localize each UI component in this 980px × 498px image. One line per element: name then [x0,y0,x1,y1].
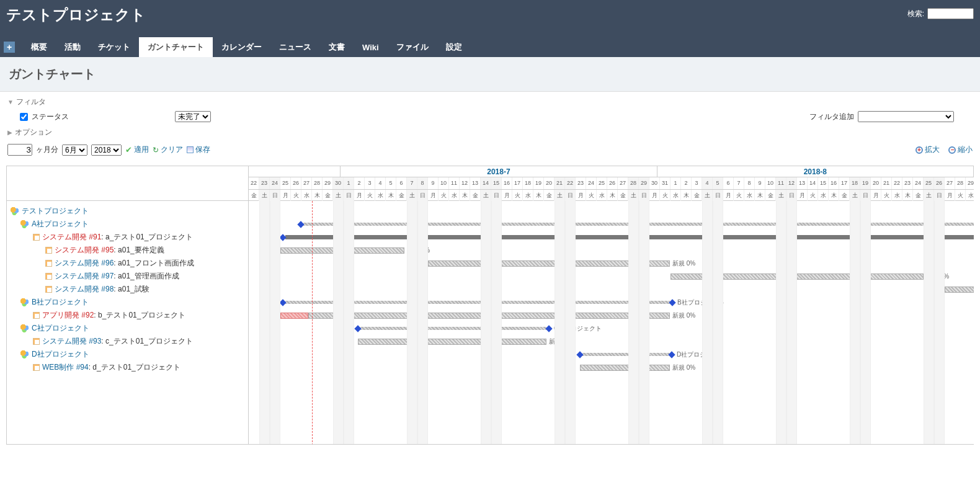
status-checkbox[interactable] [20,113,28,121]
tree-issue-98[interactable]: システム開発 #98: a01_試験 [9,283,246,296]
diamond-icon [576,351,583,358]
ticket-icon [33,312,40,319]
project-title[interactable]: テストプロジェクト [6,5,146,37]
main-tabs: + 概要 活動 チケット ガントチャート カレンダー ニュース 文書 Wiki … [0,37,980,57]
save-button[interactable]: 保存 [187,145,210,155]
tab-issues[interactable]: チケット [89,37,139,57]
zoom-in-label: 拡大 [925,145,940,155]
filter-add: フィルタ追加 [809,111,954,122]
filter-add-select[interactable] [858,111,954,122]
clear-button[interactable]: ↻クリア [153,145,183,155]
tab-documents[interactable]: 文書 [320,37,354,57]
tab-wiki[interactable]: Wiki [354,38,388,56]
tree-project-c[interactable]: C社プロジェクト [9,322,246,335]
apply-button[interactable]: ✔適用 [125,145,149,155]
ticket-icon [45,273,52,280]
status-filter-label: ステータス [32,112,69,122]
tab-settings[interactable]: 設定 [437,37,471,57]
gantt-bar-issue-93[interactable]: 新規 0% [358,335,572,348]
filters-label: フィルタ [16,97,46,107]
project-icon [20,324,29,333]
diamond-icon [297,221,304,228]
project-icon [20,220,29,229]
ticket-icon [33,338,40,345]
save-icon [187,146,194,153]
clear-label: クリア [161,145,183,155]
tree-issue-94[interactable]: WEB制作 #94: d_テスト01_プロジェクト [9,361,246,374]
options-toggle[interactable]: ▶ オプション [7,127,973,138]
tree-issue-96[interactable]: システム開発 #96: a01_フロント画面作成 [9,257,246,270]
months-input[interactable] [7,144,32,156]
diamond-icon [545,325,552,332]
ticket-icon [45,286,52,293]
filters-panel: ▼ フィルタ ステータス 未完了 フィルタ追加 ▶ オプション [0,92,980,140]
tree-issue-93[interactable]: システム開発 #93: c_テスト01_プロジェクト [9,335,246,348]
gantt-controls: ヶ月分 6月 2018 ✔適用 ↻クリア 保存 拡大 縮小 [0,140,980,159]
gantt-bar-issue-98[interactable] [945,283,974,296]
gantt-subjects: テストプロジェクト A社プロジェクト システム開発 #91: a_テスト01_プ… [7,166,249,444]
project-icon [20,350,29,359]
zoom-out-icon [948,146,956,154]
gantt-chart: テストプロジェクト A社プロジェクト システム開発 #91: a_テスト01_プ… [6,166,974,445]
ticket-icon [45,247,52,254]
options-label: オプション [15,127,52,138]
project-icon [11,207,19,216]
save-label: 保存 [195,145,210,155]
tree-issue-92[interactable]: アプリ開発 #92: b_テスト01_プロジェクト [9,309,246,322]
tab-news[interactable]: ニュース [270,37,320,57]
tree-project-b[interactable]: B社プロジェクト [9,296,246,309]
search-label: 検索: [907,9,924,19]
zoom-in-icon [915,146,923,154]
chevron-down-icon: ▼ [7,99,14,105]
filters-toggle[interactable]: ▼ フィルタ [7,97,973,107]
content-header: ガントチャート [0,57,980,92]
new-item-button[interactable]: + [4,42,15,53]
zoom-out-button[interactable]: 縮小 [948,145,973,155]
filter-add-label: フィルタ追加 [809,112,854,122]
diamond-icon [669,299,675,306]
tab-files[interactable]: ファイル [388,37,437,57]
diamond-icon [668,351,675,358]
months-suffix: ヶ月分 [36,145,58,155]
project-tree: テストプロジェクト A社プロジェクト システム開発 #91: a_テスト01_プ… [7,201,248,378]
diamond-icon [279,299,286,306]
gantt-timeline[interactable]: 2018-72018-8 222324252627282930123456789… [249,166,974,444]
zoom-in-button[interactable]: 拡大 [915,145,940,155]
search-input[interactable] [927,8,974,19]
chevron-right-icon: ▶ [7,129,12,136]
ticket-icon [33,364,40,371]
tree-project-a[interactable]: A社プロジェクト [9,218,246,231]
refresh-icon: ↻ [153,146,159,154]
ticket-icon [45,260,52,267]
check-icon: ✔ [125,145,132,154]
page-title: ガントチャート [9,66,971,82]
apply-label: 適用 [134,145,149,155]
tree-project-root[interactable]: テストプロジェクト [9,205,246,218]
tab-calendar[interactable]: カレンダー [213,37,270,57]
diamond-icon [354,325,361,332]
tab-overview[interactable]: 概要 [22,37,56,57]
tab-activity[interactable]: 活動 [56,37,89,57]
search-box: 検索: [907,8,974,19]
tree-issue-95[interactable]: システム開発 #95: a01_要件定義 [9,244,246,257]
tree-issue-91[interactable]: システム開発 #91: a_テスト01_プロジェクト [9,231,246,244]
tree-issue-97[interactable]: システム開発 #97: a01_管理画面作成 [9,270,246,283]
zoom-out-label: 縮小 [958,145,973,155]
project-icon [20,298,29,307]
tree-project-d[interactable]: D社プロジェクト [9,348,246,361]
header: テストプロジェクト 検索: [0,0,980,37]
ticket-icon [33,234,40,241]
tab-gantt[interactable]: ガントチャート [139,37,213,57]
month-select[interactable]: 6月 [62,145,87,156]
year-select[interactable]: 2018 [91,145,122,156]
status-select[interactable]: 未完了 [175,111,211,122]
